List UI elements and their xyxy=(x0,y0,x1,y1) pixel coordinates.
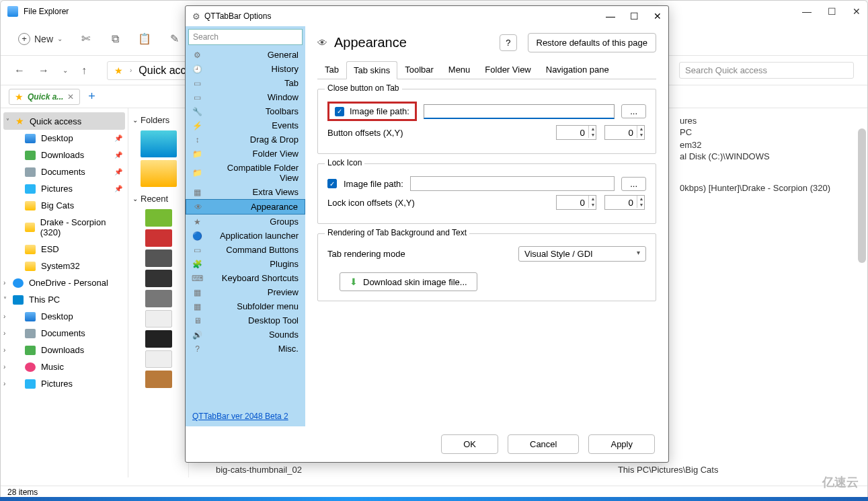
file-thumb[interactable] xyxy=(145,249,172,267)
minimize-icon[interactable]: — xyxy=(802,6,812,17)
spinner-icon[interactable]: ▲▼ xyxy=(637,196,645,208)
minimize-icon[interactable]: — xyxy=(606,11,615,22)
copy-icon[interactable]: ⧉ xyxy=(108,32,122,46)
download-label: Download skin image file... xyxy=(363,277,467,287)
sub-tab[interactable]: Tab skins xyxy=(346,61,397,79)
tree-item[interactable]: Downloads📌 xyxy=(1,147,128,163)
tree-item[interactable]: Documents📌 xyxy=(1,163,128,180)
ok-button[interactable]: OK xyxy=(441,434,498,454)
category-item[interactable]: 🕘History xyxy=(186,62,305,76)
file-thumb[interactable] xyxy=(145,229,172,247)
file-thumb[interactable] xyxy=(145,290,172,307)
file-thumb[interactable] xyxy=(145,350,172,368)
tree-item[interactable]: ˅This PC xyxy=(1,291,128,308)
browse-button[interactable]: ... xyxy=(621,104,646,118)
cancel-button[interactable]: Cancel xyxy=(508,434,579,454)
tree-item[interactable]: ˅★Quick access xyxy=(3,112,125,130)
apply-button[interactable]: Apply xyxy=(588,434,655,454)
sub-tab[interactable]: Folder View xyxy=(477,61,538,79)
lock-image-path-input[interactable] xyxy=(410,176,615,191)
category-item[interactable]: ↕Drag & Drop xyxy=(186,132,305,147)
category-search-input[interactable]: Search xyxy=(188,29,303,45)
close-tab-icon[interactable]: ✕ xyxy=(67,92,74,102)
rename-icon[interactable]: ✎ xyxy=(167,32,181,46)
file-thumb[interactable] xyxy=(145,270,172,287)
category-item[interactable]: 📁Folder View xyxy=(186,147,305,161)
category-item[interactable]: ⚡Events xyxy=(186,118,305,132)
folder-thumb[interactable] xyxy=(141,160,177,187)
category-sidebar: Search ⚙General🕘History▭Tab▭Window🔧Toolb… xyxy=(186,26,305,426)
category-item[interactable]: 🔧Toolbars xyxy=(186,104,305,118)
image-path-input[interactable] xyxy=(424,104,615,119)
new-button[interactable]: + New ⌄ xyxy=(18,33,63,45)
spinner-icon[interactable]: ▲▼ xyxy=(588,126,597,138)
spinner-icon[interactable]: ▲▼ xyxy=(637,126,645,138)
tree-item[interactable]: Big Cats xyxy=(1,197,128,214)
download-skin-button[interactable]: ⬇ Download skin image file... xyxy=(340,272,477,291)
sub-tab[interactable]: Menu xyxy=(441,61,478,79)
category-item[interactable]: ▦Subfolder menu xyxy=(186,299,305,313)
back-icon[interactable]: ← xyxy=(14,65,25,77)
spinner-icon[interactable]: ▲▼ xyxy=(588,196,597,208)
chevron-down-icon[interactable]: ⌄ xyxy=(63,67,68,74)
category-item[interactable]: ?Misc. xyxy=(186,342,305,356)
category-item[interactable]: 🔵Application launcher xyxy=(186,229,305,243)
tree-item[interactable]: Desktop📌 xyxy=(1,130,128,147)
tree-item[interactable]: ›Downloads xyxy=(1,342,128,358)
category-item[interactable]: ⚙General xyxy=(186,48,305,62)
tab-quick-access[interactable]: ★ Quick a... ✕ xyxy=(9,89,80,105)
recent-header[interactable]: ⌄Recent xyxy=(128,191,188,206)
rendering-mode-select[interactable]: Visual Style / GDI ▾ xyxy=(518,246,646,262)
sub-tab[interactable]: Toolbar xyxy=(397,61,441,79)
maximize-icon[interactable]: ☐ xyxy=(630,11,639,22)
scrollbar[interactable] xyxy=(858,128,866,263)
category-item[interactable]: 👁Appearance xyxy=(186,199,305,215)
folder-thumb[interactable] xyxy=(141,130,177,157)
tree-item[interactable]: ›Music xyxy=(1,358,128,375)
category-item[interactable]: ★Groups xyxy=(186,215,305,229)
new-tab-button[interactable]: + xyxy=(84,89,100,104)
close-icon[interactable]: ✕ xyxy=(853,6,861,17)
tree-item[interactable]: ›Desktop xyxy=(1,308,128,325)
category-item[interactable]: ▭Tab xyxy=(186,76,305,90)
category-item[interactable]: 📁Compatible Folder View xyxy=(186,161,305,185)
tree-item[interactable]: ›Pictures xyxy=(1,375,128,392)
paste-icon[interactable]: 📋 xyxy=(138,32,151,46)
tree-item[interactable]: ›Documents xyxy=(1,325,128,342)
tree-item[interactable]: ›OneDrive - Personal xyxy=(1,274,128,291)
version-link[interactable]: QTTabBar ver 2048 Beta 2 xyxy=(186,406,305,426)
close-icon[interactable]: ✕ xyxy=(654,11,662,22)
file-thumb[interactable] xyxy=(145,330,172,348)
tree-item[interactable]: Pictures📌 xyxy=(1,180,128,197)
folder-icon xyxy=(25,245,36,254)
file-thumb[interactable] xyxy=(145,209,172,227)
tree-item[interactable]: System32 xyxy=(1,258,128,274)
image-path-checkbox[interactable]: ✓ xyxy=(335,107,344,116)
maximize-icon[interactable]: ☐ xyxy=(828,6,836,17)
tree-item[interactable]: Drake - Scorpion (320) xyxy=(1,214,128,241)
up-icon[interactable]: ↑ xyxy=(81,65,87,77)
forward-icon[interactable]: → xyxy=(38,65,49,77)
sub-tab[interactable]: Tab xyxy=(317,61,346,79)
help-button[interactable]: ? xyxy=(500,34,516,51)
sub-tab[interactable]: Navigation pane xyxy=(539,61,617,79)
browse-button[interactable]: ... xyxy=(621,177,646,191)
file-name[interactable]: big-cats-thumbnail_02 xyxy=(216,465,302,475)
category-item[interactable]: 🧩Plugins xyxy=(186,257,305,271)
search-input[interactable]: Search Quick access xyxy=(679,62,854,79)
caret-icon: › xyxy=(3,330,5,337)
category-item[interactable]: 🖥Desktop Tool xyxy=(186,313,305,327)
tree-item[interactable]: ESD xyxy=(1,241,128,258)
lock-image-path-checkbox[interactable]: ✓ xyxy=(327,179,337,188)
file-thumb[interactable] xyxy=(145,310,172,327)
category-item[interactable]: ▭Window xyxy=(186,90,305,104)
restore-defaults-button[interactable]: Restore defaults of this page xyxy=(528,33,657,52)
folders-header[interactable]: ⌄Folders xyxy=(128,112,188,128)
file-thumb[interactable] xyxy=(145,371,172,388)
category-item[interactable]: ▭Command Buttons xyxy=(186,243,305,257)
cut-icon[interactable]: ✄ xyxy=(79,32,92,46)
category-item[interactable]: ⌨Keyboard Shortcuts xyxy=(186,271,305,285)
category-item[interactable]: ▦Preview xyxy=(186,285,305,299)
category-item[interactable]: 🔊Sounds xyxy=(186,327,305,342)
category-item[interactable]: ▦Extra Views xyxy=(186,185,305,199)
